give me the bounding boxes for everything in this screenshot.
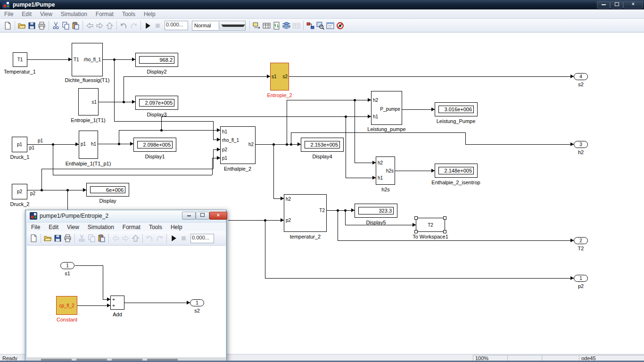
stop-icon[interactable] — [179, 233, 189, 243]
paste-icon[interactable] — [97, 233, 107, 243]
menu-item-tools[interactable]: Tools — [118, 11, 140, 17]
child-menu-item-format[interactable]: Format — [118, 224, 145, 230]
cut-icon[interactable] — [51, 21, 61, 31]
child-menu-item-edit[interactable]: Edit — [44, 224, 63, 230]
child-restore-button[interactable] — [196, 212, 209, 220]
block-label-h2s: h2s — [374, 187, 397, 192]
menu-item-format[interactable]: Format — [91, 11, 118, 17]
play-icon[interactable] — [143, 21, 153, 31]
menu-item-simulation[interactable]: Simulation — [57, 11, 91, 17]
title-bar[interactable]: pumpe1/Pumpe × — [0, 0, 644, 9]
open-icon[interactable] — [17, 21, 27, 31]
selection-handle[interactable] — [414, 216, 418, 220]
save-icon[interactable] — [53, 233, 63, 243]
chevron-down-icon[interactable] — [219, 22, 246, 30]
selection-handle[interactable] — [443, 230, 446, 233]
sim-time-field[interactable]: 0.000... — [165, 21, 188, 30]
toolbar-separator — [116, 21, 117, 30]
block-druck-1[interactable]: p1 — [12, 137, 27, 152]
redo-icon[interactable] — [155, 233, 165, 243]
menu-item-file[interactable]: File — [0, 11, 17, 17]
up-icon[interactable] — [131, 233, 140, 243]
block-druck-2[interactable]: p2 — [12, 184, 27, 199]
redo-icon[interactable] — [129, 21, 139, 31]
minimize-button[interactable] — [597, 1, 610, 8]
child-window-entropie-2[interactable]: pumpe1/Pumpe/Entropie_2 × File Edit View… — [25, 210, 227, 362]
menu-item-help[interactable]: Help — [140, 11, 160, 17]
stop-icon[interactable] — [153, 21, 163, 31]
model-explorer-icon[interactable] — [325, 21, 335, 31]
block-to-workspace1[interactable]: T2 — [416, 218, 445, 232]
block-temperatur-2[interactable]: h2 p2 T2 — [284, 194, 327, 232]
find-icon[interactable] — [315, 21, 325, 31]
save-icon[interactable] — [27, 21, 37, 31]
print-icon[interactable] — [63, 233, 73, 243]
block-leistung-pumpe[interactable]: h2 h1 P_pumpe — [371, 91, 402, 125]
build-icon[interactable] — [281, 21, 291, 31]
block-entropie-1[interactable]: s1 — [78, 88, 99, 115]
stale-indicator-icon[interactable] — [291, 21, 301, 31]
new-icon[interactable] — [29, 233, 39, 243]
print-icon[interactable] — [37, 21, 47, 31]
library-browser-icon[interactable] — [262, 21, 272, 31]
undo-icon[interactable] — [119, 21, 129, 31]
menu-item-view[interactable]: View — [36, 11, 57, 17]
child-menu-item-help[interactable]: Help — [166, 224, 187, 230]
menu-item-edit[interactable]: Edit — [17, 11, 36, 17]
child-block-constant[interactable]: cp_fl_2 — [56, 296, 77, 315]
cut-icon[interactable] — [77, 233, 87, 243]
selection-handle[interactable] — [414, 230, 418, 233]
child-minimize-button[interactable] — [182, 212, 196, 220]
child-close-button[interactable]: × — [209, 212, 227, 220]
copy-icon[interactable] — [61, 21, 71, 31]
block-display3[interactable]: 2.097e+005 — [135, 96, 178, 110]
block-dichte-fluessig[interactable]: T1 rho_fl_1 — [72, 43, 103, 76]
sim-time-field[interactable]: 0.000... — [190, 234, 214, 243]
new-icon[interactable] — [3, 21, 13, 31]
child-menu-item-simulation[interactable]: Simulation — [83, 224, 118, 230]
outport-4[interactable]: 4 — [574, 73, 588, 80]
child-menu-item-tools[interactable]: Tools — [145, 224, 166, 230]
block-display2[interactable]: 968.2 — [135, 53, 178, 67]
child-inport-s1[interactable]: 1 — [60, 262, 74, 269]
debug-icon[interactable] — [335, 21, 345, 31]
child-menu-item-file[interactable]: File — [27, 224, 44, 230]
child-model-canvas[interactable]: 1 s1 cp_fl_2 Constant + + Add 1 s2 — [27, 246, 226, 357]
forward-icon[interactable] — [95, 21, 105, 31]
child-block-add[interactable]: + + — [110, 296, 124, 310]
outport-2[interactable]: 2 — [574, 237, 588, 244]
block-enthalpie-2-isentrop[interactable]: 2.148e+005 — [435, 164, 478, 178]
block-display1[interactable]: 2.098e+005 — [133, 138, 176, 152]
restore-button[interactable] — [610, 1, 623, 8]
child-title-bar[interactable]: pumpe1/Pumpe/Entropie_2 × — [26, 210, 225, 222]
sim-mode-select[interactable]: Normal — [192, 21, 246, 31]
block-display5[interactable]: 323.3 — [355, 204, 397, 218]
copy-icon[interactable] — [87, 233, 97, 243]
up-icon[interactable] — [105, 21, 115, 31]
update-diagram-icon[interactable] — [252, 21, 262, 31]
block-display4[interactable]: 2.153e+005 — [301, 138, 344, 152]
back-icon[interactable] — [85, 21, 95, 31]
outport-1[interactable]: 1 — [574, 275, 588, 282]
child-menu-item-view[interactable]: View — [63, 224, 83, 230]
block-display[interactable]: 6e+006 — [86, 183, 129, 197]
block-enthalpie-2[interactable]: h1 rho_fl_1 p2 p1 h2 — [220, 126, 256, 164]
block-enthalpie-1[interactable]: p1 h1 — [79, 131, 98, 159]
open-icon[interactable] — [43, 233, 53, 243]
block-h2s[interactable]: h2 h1 h2s — [376, 156, 395, 185]
outport-3[interactable]: 3 — [574, 141, 588, 148]
block-entropie-2[interactable]: s1 s2 — [270, 63, 289, 90]
child-outport-s2[interactable]: 1 — [190, 299, 204, 306]
forward-icon[interactable] — [121, 233, 131, 243]
play-icon[interactable] — [169, 233, 179, 243]
block-label-display5: Display5 — [355, 220, 397, 225]
selection-handle[interactable] — [443, 216, 446, 220]
close-button[interactable]: × — [623, 1, 643, 8]
block-temperatur-1[interactable]: T1 — [13, 52, 27, 67]
refresh-blocks-icon[interactable] — [272, 21, 281, 31]
block-leistung-pumpe-display[interactable]: 3.016e+006 — [435, 102, 478, 116]
undo-icon[interactable] — [145, 233, 155, 243]
paste-icon[interactable] — [71, 21, 81, 31]
back-icon[interactable] — [111, 233, 121, 243]
model-browser-icon[interactable] — [305, 21, 315, 31]
